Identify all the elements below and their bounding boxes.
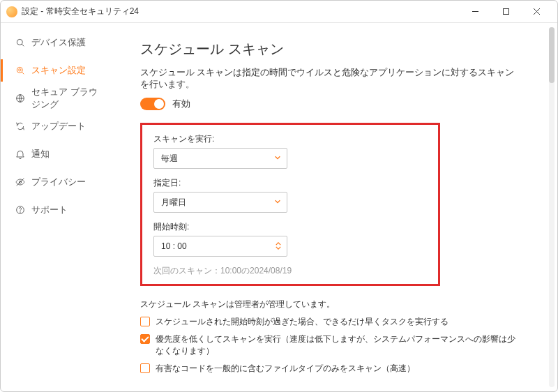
svg-point-6 — [17, 67, 22, 73]
checkbox-low-priority[interactable] — [140, 334, 150, 344]
sidebar-item-label: 通知 — [31, 148, 50, 160]
sidebar-item-privacy[interactable]: プライバシー — [1, 168, 112, 196]
sidebar-item-notification[interactable]: 通知 — [1, 140, 112, 168]
sidebar-item-label: スキャン設定 — [31, 64, 86, 77]
chevron-down-icon — [274, 153, 281, 163]
sidebar-item-scan-settings[interactable]: スキャン設定 — [1, 56, 112, 84]
scrollbar-thumb[interactable] — [549, 27, 555, 83]
sidebar-item-label: サポート — [31, 204, 68, 216]
sidebar-item-device-protect[interactable]: デバイス保護 — [1, 29, 112, 56]
chevron-down-icon[interactable] — [276, 246, 281, 250]
bug-scan-icon — [15, 65, 26, 76]
eye-off-icon — [15, 176, 26, 188]
content-area: スケジュール スキャン スケジュール スキャンは指定の時間でウイルスと危険なアプ… — [112, 23, 557, 391]
check-label: 優先度を低くしてスキャンを実行（速度は低下しますが、システムパフォーマンスへの影… — [156, 333, 521, 357]
maximize-button[interactable] — [490, 1, 521, 23]
sidebar-item-support[interactable]: サポート — [1, 196, 112, 224]
run-schedule-label: スキャンを実行: — [153, 133, 427, 145]
window-title: 設定 - 常時安全セキュリティ24 — [22, 6, 139, 17]
minimize-button[interactable] — [460, 1, 490, 23]
check-label: スケジュールされた開始時刻が過ぎた場合、できるだけ早くタスクを実行する — [156, 316, 448, 328]
page-title: スケジュール スキャン — [140, 40, 521, 59]
enable-toggle-row: 有効 — [140, 98, 521, 110]
schedule-config-box: スキャンを実行: 毎週 指定日: 月曜日 開始時刻: 10 : 00 次回のスキ… — [140, 123, 440, 286]
start-time-input[interactable]: 10 : 00 — [153, 236, 287, 257]
next-scan-text: 次回のスキャン：10:00の2024/08/19 — [153, 265, 427, 277]
checkbox-fast-scan[interactable] — [140, 363, 150, 373]
run-schedule-value: 毎週 — [161, 153, 178, 165]
run-schedule-select[interactable]: 毎週 — [153, 148, 287, 169]
svg-point-8 — [19, 69, 21, 71]
globe-icon — [15, 93, 26, 104]
sidebar-item-label: デバイス保護 — [31, 36, 86, 49]
check-row-0: スケジュールされた開始時刻が過ぎた場合、できるだけ早くタスクを実行する — [140, 316, 521, 328]
help-icon — [15, 204, 26, 216]
scrollbar[interactable] — [549, 27, 555, 387]
enable-toggle[interactable] — [140, 98, 165, 110]
app-icon — [6, 6, 17, 17]
close-button[interactable] — [521, 1, 552, 23]
svg-line-5 — [22, 44, 24, 46]
day-label: 指定日: — [153, 177, 427, 189]
sidebar-item-label: アップデート — [31, 120, 86, 133]
start-time-value: 10 : 00 — [161, 241, 187, 251]
sidebar-item-label: プライバシー — [31, 176, 86, 188]
sidebar-item-label: セキュア ブラウジング — [31, 86, 100, 111]
page-description: スケジュール スキャンは指定の時間でウイルスと危険なアプリケーションに対するスキ… — [140, 67, 521, 91]
refresh-icon — [15, 121, 26, 132]
svg-rect-1 — [503, 9, 508, 15]
sidebar-item-update[interactable]: アップデート — [1, 112, 112, 140]
sidebar-item-secure-browsing[interactable]: セキュア ブラウジング — [1, 84, 112, 112]
checkbox-run-missed[interactable] — [140, 317, 150, 326]
check-row-1: 優先度を低くしてスキャンを実行（速度は低下しますが、システムパフォーマンスへの影… — [140, 333, 521, 357]
admin-managed-note: スケジュール スキャンは管理者が管理しています。 — [140, 299, 521, 310]
titlebar: 設定 - 常時安全セキュリティ24 — [1, 1, 557, 23]
enable-toggle-label: 有効 — [172, 98, 190, 110]
start-time-label: 開始時刻: — [153, 221, 427, 233]
day-value: 月曜日 — [161, 197, 186, 209]
chevron-down-icon — [274, 197, 281, 207]
svg-line-7 — [22, 72, 24, 74]
svg-point-13 — [20, 212, 21, 213]
check-row-2: 有害なコードを一般的に含むファイルタイプのみをスキャン（高速） — [140, 363, 521, 375]
shield-search-icon — [15, 37, 26, 48]
sidebar: デバイス保護 スキャン設定 セキュア ブラウジング アップデート 通知 プライバ… — [1, 23, 112, 391]
check-label: 有害なコードを一般的に含むファイルタイプのみをスキャン（高速） — [156, 363, 415, 375]
time-stepper[interactable] — [276, 242, 281, 250]
bell-icon — [15, 149, 26, 160]
day-select[interactable]: 月曜日 — [153, 192, 287, 213]
